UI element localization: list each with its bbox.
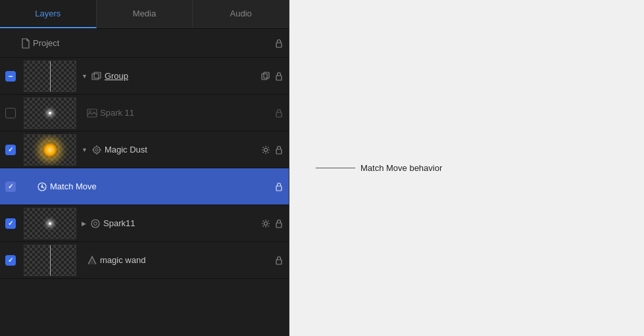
layer-info: Project	[21, 38, 274, 49]
layer-row-magic-wand[interactable]: magic wand	[0, 242, 289, 279]
svg-rect-2	[94, 72, 101, 78]
particle-icon	[91, 145, 102, 155]
thumbnail-group	[24, 60, 76, 92]
layer-name-magic-wand: magic wand	[100, 255, 145, 265]
emitter-icon	[90, 218, 101, 229]
layer-row-spark11[interactable]: Spark 11	[0, 95, 289, 132]
annotation-line: Match Move behavior	[316, 163, 442, 173]
layer-info-match-move: Match Move	[21, 181, 274, 192]
gear-icon-magic-dust[interactable]	[261, 145, 270, 155]
tab-audio[interactable]: Audio	[193, 0, 289, 28]
annotation-text: Match Move behavior	[360, 163, 442, 173]
checkbox-spark11[interactable]	[0, 108, 21, 118]
layer-name-match-move: Match Move	[50, 181, 97, 191]
layer-row-spark11-2[interactable]: ▶ Spark11	[0, 205, 289, 242]
triangle-icon-magic-dust: ▼	[82, 147, 87, 153]
lock-icon-magic-dust	[274, 145, 284, 155]
layer-name-spark11: Spark 11	[100, 108, 134, 118]
layers-list: Project ▼	[0, 29, 289, 336]
layer-info-spark11-2: ▶ Spark11	[79, 218, 261, 229]
svg-point-15	[264, 148, 268, 151]
layer-icons-match-move	[274, 181, 284, 192]
lock-icon-spark11-2	[274, 218, 284, 229]
lock-icon-match-move	[274, 181, 284, 192]
tab-media[interactable]: Media	[97, 0, 193, 28]
tab-bar: Layers Media Audio	[0, 0, 289, 29]
layer-info-group: ▼ Group	[79, 71, 261, 81]
document-icon	[21, 38, 30, 49]
layers-panel: Layers Media Audio Project	[0, 0, 289, 336]
checkbox-minus-icon[interactable]	[5, 71, 16, 82]
image-icon	[87, 108, 97, 118]
svg-rect-5	[276, 76, 282, 80]
layer-row-group[interactable]: ▼ Group	[0, 58, 289, 95]
layer-name-spark11-2: Spark11	[103, 218, 135, 228]
svg-rect-16	[276, 149, 282, 154]
svg-rect-23	[276, 223, 282, 228]
svg-point-22	[264, 222, 268, 225]
triangle-icon: ▼	[82, 73, 87, 80]
lock-icon-group	[274, 71, 284, 82]
svg-rect-0	[276, 43, 282, 47]
annotation-dash	[316, 168, 355, 168]
layer-info-magic-dust: ▼ Magic Dust	[79, 145, 261, 155]
thumbnail-spark11	[24, 97, 76, 129]
layer-icons-spark11	[274, 108, 284, 118]
gear-icon-spark11-2[interactable]	[261, 219, 270, 228]
lock-icon	[274, 38, 284, 49]
layer-row-match-move[interactable]: Match Move	[0, 168, 289, 205]
svg-point-21	[94, 222, 97, 225]
svg-point-10	[95, 149, 98, 151]
thumbnail-magic-wand	[24, 245, 76, 276]
checkbox-checked-spark11-2-icon[interactable]	[5, 218, 16, 229]
svg-rect-4	[264, 72, 269, 78]
svg-rect-1	[92, 74, 99, 80]
layer-icons-magic-dust	[261, 145, 284, 155]
svg-point-7	[89, 110, 91, 112]
layer-row-magic-dust[interactable]: ▼ Magic Dust	[0, 132, 289, 168]
checkbox-checked-icon[interactable]	[5, 145, 16, 155]
svg-point-9	[93, 147, 100, 153]
lock-icon-magic-wand	[274, 255, 284, 266]
layer-info-magic-wand: magic wand	[79, 255, 274, 266]
layer-name-project: Project	[33, 38, 59, 48]
group-icon	[91, 72, 102, 81]
svg-rect-19	[276, 186, 282, 191]
copy-icon	[261, 72, 270, 81]
behavior-icon	[37, 181, 47, 192]
tab-layers[interactable]: Layers	[0, 0, 97, 28]
checkbox-checked-magic-wand-icon[interactable]	[5, 255, 16, 266]
svg-rect-3	[262, 74, 267, 80]
layer-icons-group	[261, 71, 284, 82]
thumbnail-spark11-2	[24, 208, 76, 239]
layer-name-magic-dust: Magic Dust	[105, 145, 147, 155]
checkbox-magic-dust[interactable]	[0, 145, 21, 155]
checkbox-empty-icon[interactable]	[5, 108, 16, 118]
checkbox-group[interactable]	[0, 71, 21, 82]
layer-icons-spark11-2	[261, 218, 284, 229]
svg-point-20	[91, 220, 99, 228]
layer-info-spark11: Spark 11	[79, 108, 274, 118]
lock-icon-spark11	[274, 108, 284, 118]
layer-row-project[interactable]: Project	[0, 29, 289, 58]
checkbox-match-move[interactable]	[0, 181, 21, 192]
layer-icons-magic-wand	[274, 255, 284, 266]
checkbox-spark11-2[interactable]	[0, 218, 21, 229]
thumbnail-magic-dust	[24, 134, 76, 166]
checkbox-magic-wand[interactable]	[0, 255, 21, 266]
layer-icons	[274, 38, 284, 49]
svg-point-18	[41, 185, 43, 187]
annotation-area: Match Move behavior	[289, 0, 644, 336]
layer-name-group: Group	[105, 71, 128, 81]
svg-rect-24	[276, 260, 282, 264]
play-icon: ▶	[82, 220, 86, 227]
svg-rect-8	[276, 112, 282, 117]
checkbox-checked-match-move-icon[interactable]	[5, 181, 16, 192]
shape-icon	[87, 255, 97, 266]
